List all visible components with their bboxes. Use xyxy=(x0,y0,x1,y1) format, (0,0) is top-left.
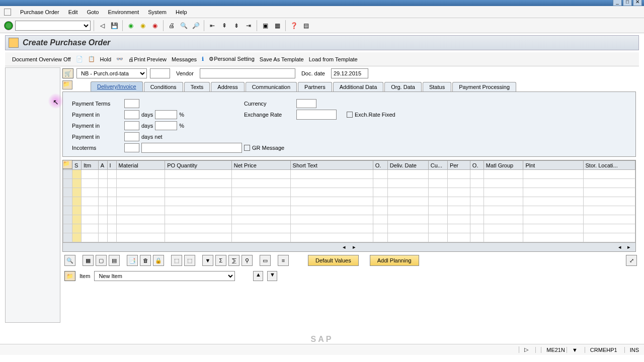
select-all-icon[interactable]: ▦ xyxy=(83,255,94,266)
doc-type-select[interactable]: NB - Purch.ord-tata xyxy=(76,68,147,78)
col-material[interactable]: Material xyxy=(116,161,165,170)
sum-icon[interactable]: Σ xyxy=(215,255,226,266)
layout-set-icon[interactable]: ▤ xyxy=(109,255,120,266)
col-net-price[interactable]: Net Price xyxy=(231,161,290,170)
grid-hscroll[interactable]: ◂ ▸ ◂ ▸ xyxy=(63,242,635,251)
payment-days-2-input[interactable] xyxy=(124,121,139,130)
tab-communication[interactable]: Communication xyxy=(246,82,297,92)
exch-rate-fixed-checkbox[interactable] xyxy=(347,112,353,118)
prev-page-icon[interactable]: ⇞ xyxy=(219,21,229,31)
menu-environment[interactable]: Environment xyxy=(108,9,139,15)
minimize-button[interactable]: _ xyxy=(613,0,622,6)
col-s[interactable]: S xyxy=(72,161,81,170)
messages-button[interactable]: Messages xyxy=(172,56,197,62)
payment-pct-2-input[interactable] xyxy=(155,121,177,130)
menu-icon[interactable] xyxy=(4,9,11,16)
nav-exit-icon[interactable]: ◉ xyxy=(138,21,148,31)
col-a[interactable]: A xyxy=(98,161,107,170)
export-icon[interactable]: ▭ xyxy=(260,255,271,266)
col-deliv-date[interactable]: Deliv. Date xyxy=(387,161,428,170)
find-grid-icon[interactable]: ⚲ xyxy=(242,255,253,266)
tab-payment-processing[interactable]: Payment Processing xyxy=(452,82,516,92)
scroll-right-icon[interactable]: ▸ xyxy=(351,244,358,251)
status-arrow-icon[interactable]: ▷ xyxy=(519,346,528,353)
gr-message-checkbox[interactable] xyxy=(244,145,250,151)
incoterms-text-input[interactable] xyxy=(141,143,242,153)
filter-icon[interactable]: ▼ xyxy=(202,255,213,266)
help-icon[interactable]: ❓ xyxy=(289,21,299,31)
payment-terms-input[interactable] xyxy=(124,99,139,108)
col-stor-loc[interactable]: Stor. Locati... xyxy=(583,161,635,170)
exchange-rate-input[interactable] xyxy=(296,110,337,120)
find-icon[interactable]: 🔍 xyxy=(179,21,189,31)
first-page-icon[interactable]: ⇤ xyxy=(207,21,217,31)
menu-purchase-order[interactable]: Purchase Order xyxy=(20,9,59,15)
table-row[interactable] xyxy=(63,188,635,197)
detail-icon[interactable]: 🔍 xyxy=(64,255,75,266)
item-prev-icon[interactable]: ▲ xyxy=(253,271,263,281)
tab-address[interactable]: Address xyxy=(211,82,244,92)
tab-texts[interactable]: Texts xyxy=(184,82,210,92)
print-icon[interactable]: 🖨 xyxy=(167,21,177,31)
header-collapse-icon[interactable]: 📁 xyxy=(62,80,72,89)
table-row[interactable] xyxy=(63,206,635,215)
text-icon[interactable]: ≡ xyxy=(278,255,289,266)
back-icon[interactable]: ◁ xyxy=(97,21,107,31)
payment-pct-1-input[interactable] xyxy=(155,110,177,119)
table-row[interactable] xyxy=(63,170,635,179)
table-row[interactable] xyxy=(63,215,635,224)
item-collapse-icon[interactable]: 📁 xyxy=(64,271,75,281)
tab-org-data[interactable]: Org. Data xyxy=(384,82,422,92)
delete-icon[interactable]: 🗑 xyxy=(140,255,151,266)
col-matl-group[interactable]: Matl Group xyxy=(484,161,523,170)
menu-edit[interactable]: Edit xyxy=(68,9,78,15)
tab-partners[interactable]: Partners xyxy=(298,82,332,92)
info-icon[interactable]: ℹ xyxy=(202,56,204,62)
menu-help[interactable]: Help xyxy=(176,9,187,15)
expand-icon[interactable]: ⤢ xyxy=(626,255,637,266)
tab-additional-data[interactable]: Additional Data xyxy=(333,82,384,92)
create-icon[interactable]: 📄 xyxy=(76,56,83,62)
col-cu[interactable]: Cu... xyxy=(428,161,447,170)
col-po-quantity[interactable]: PO Quantity xyxy=(165,161,232,170)
load-template-button[interactable]: Load from Template xyxy=(309,56,358,62)
copy-icon[interactable]: 📑 xyxy=(127,255,138,266)
save-template-button[interactable]: Save As Template xyxy=(260,56,304,62)
nav-back-icon[interactable]: ◉ xyxy=(126,21,136,31)
default-values-button[interactable]: Default Values xyxy=(308,255,359,266)
scroll-right-end-icon[interactable]: ▸ xyxy=(625,244,632,251)
item-select[interactable]: New Item xyxy=(94,271,235,281)
layout-icon[interactable]: ▤ xyxy=(301,21,311,31)
check-icon[interactable]: 👓 xyxy=(116,56,123,62)
find-next-icon[interactable]: 🔎 xyxy=(191,21,201,31)
shortcut-icon[interactable]: ▦ xyxy=(272,21,282,31)
currency-input[interactable] xyxy=(296,99,316,108)
personal-setting-button[interactable]: ⚙Personal Setting xyxy=(209,56,255,62)
sort-desc-icon[interactable]: ⬚ xyxy=(184,255,195,266)
col-short-text[interactable]: Short Text xyxy=(290,161,373,170)
menu-system[interactable]: System xyxy=(148,9,167,15)
payment-days-net-input[interactable] xyxy=(124,132,139,141)
table-row[interactable] xyxy=(63,179,635,188)
incoterms-code-input[interactable] xyxy=(124,143,139,152)
table-row[interactable] xyxy=(63,233,635,242)
payment-days-1-input[interactable] xyxy=(124,110,139,119)
doc-overview-button[interactable]: Document Overview Off xyxy=(12,56,71,62)
table-row[interactable] xyxy=(63,224,635,233)
nav-cancel-icon[interactable]: ◉ xyxy=(150,21,160,31)
col-per[interactable]: Per xyxy=(447,161,470,170)
print-preview-button[interactable]: 🖨Print Preview xyxy=(128,56,167,62)
tab-conditions[interactable]: Conditions xyxy=(144,82,183,92)
item-next-icon[interactable]: ▼ xyxy=(267,271,277,281)
cart-icon[interactable]: 🛒 xyxy=(62,68,73,78)
docdate-input[interactable] xyxy=(331,68,368,78)
lock-icon[interactable]: 🔒 xyxy=(153,255,164,266)
po-number-input[interactable] xyxy=(150,68,170,78)
command-field[interactable] xyxy=(15,21,91,31)
scroll-left-icon[interactable]: ◂ xyxy=(341,244,348,251)
menu-goto[interactable]: Goto xyxy=(87,9,99,15)
scroll-left-end-icon[interactable]: ◂ xyxy=(616,244,623,251)
enter-icon[interactable] xyxy=(4,21,13,30)
other-icon[interactable]: 📋 xyxy=(88,56,95,62)
col-o1[interactable]: O. xyxy=(373,161,387,170)
